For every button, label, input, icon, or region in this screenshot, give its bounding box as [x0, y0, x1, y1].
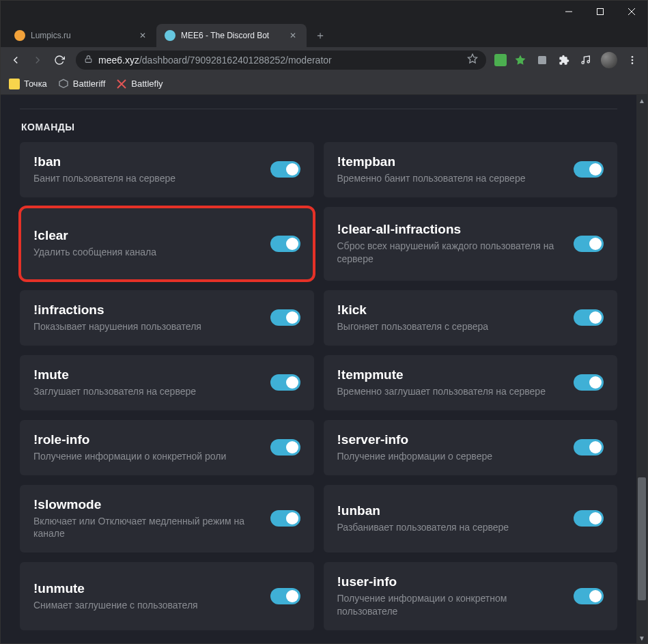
- toggle-knob: [286, 311, 298, 324]
- menu-button[interactable]: [623, 51, 642, 70]
- toggle-knob: [286, 238, 298, 250]
- extensions-menu-icon[interactable]: [556, 52, 572, 68]
- new-tab-button[interactable]: ＋: [311, 26, 330, 45]
- reload-button[interactable]: [50, 51, 69, 70]
- extension-icon[interactable]: [494, 54, 507, 66]
- command-text: !clearУдалить сообщения канала: [33, 228, 270, 259]
- extension-icon[interactable]: [512, 52, 529, 68]
- window-minimize-button[interactable]: [553, 1, 584, 23]
- command-name: !slowmode: [33, 497, 262, 512]
- toggle-knob: [589, 376, 602, 389]
- command-description: Разбанивает пользователя на сервере: [337, 521, 566, 534]
- command-name: !role-info: [33, 432, 262, 447]
- command-card[interactable]: !unmuteСнимает заглушение с пользователя: [20, 562, 314, 630]
- profile-avatar[interactable]: [601, 52, 617, 68]
- command-card[interactable]: !muteЗаглушает пользователя на сервере: [20, 355, 314, 410]
- command-toggle[interactable]: [574, 309, 604, 326]
- scroll-down-icon[interactable]: ▼: [636, 632, 647, 643]
- command-toggle[interactable]: [574, 439, 604, 456]
- command-text: !clear-all-infractionsСброс всех нарушен…: [337, 222, 574, 266]
- svg-rect-6: [538, 56, 546, 64]
- bookmark-battleriff[interactable]: Battleriff: [58, 79, 105, 89]
- command-description: Получение информации о сервере: [337, 450, 566, 463]
- command-toggle[interactable]: [574, 374, 604, 391]
- command-card[interactable]: !slowmodeВключает или Отключает медленны…: [20, 485, 314, 553]
- toggle-knob: [286, 376, 298, 389]
- command-card[interactable]: !tempmuteВременно заглушает пользователя…: [324, 355, 618, 410]
- command-text: !server-infoПолучение информации о серве…: [337, 432, 574, 463]
- bookmark-icon: [58, 79, 69, 89]
- star-icon[interactable]: [467, 53, 478, 67]
- omnibox[interactable]: mee6.xyz/dashboard/790928162401288252/mo…: [76, 51, 486, 70]
- command-card[interactable]: !clearУдалить сообщения канала: [20, 207, 314, 281]
- command-text: !banБанит пользователя на сервере: [33, 154, 270, 185]
- command-name: !mute: [33, 367, 262, 382]
- address-bar: mee6.xyz/dashboard/790928162401288252/mo…: [1, 47, 647, 73]
- command-toggle[interactable]: [574, 510, 604, 527]
- bookmark-tochka[interactable]: Точка: [9, 79, 47, 89]
- command-name: !user-info: [337, 574, 566, 589]
- close-icon[interactable]: ✕: [137, 30, 148, 41]
- vertical-scrollbar[interactable]: ▲ ▼: [636, 95, 647, 643]
- toggle-knob: [589, 311, 602, 324]
- command-name: !clear: [33, 228, 262, 243]
- svg-rect-1: [597, 9, 604, 15]
- command-text: !tempmuteВременно заглушает пользователя…: [337, 367, 574, 398]
- command-description: Включает или Отключает медленный режим н…: [33, 515, 262, 541]
- command-toggle[interactable]: [270, 374, 300, 391]
- command-name: !tempban: [337, 154, 566, 169]
- back-button[interactable]: [6, 51, 25, 70]
- lock-icon: [84, 54, 93, 66]
- command-card[interactable]: !role-infoПолучение информации о конкрет…: [20, 420, 314, 475]
- command-card[interactable]: !kickВыгоняет пользователя с сервера: [324, 290, 618, 346]
- command-card[interactable]: !unbanРазбанивает пользователя на сервер…: [324, 485, 618, 553]
- command-card[interactable]: !banБанит пользователя на сервере: [20, 142, 314, 197]
- close-icon[interactable]: ✕: [287, 30, 298, 41]
- window-maximize-button[interactable]: [584, 1, 616, 23]
- scrollbar-thumb[interactable]: [638, 477, 646, 600]
- forward-button[interactable]: [28, 51, 47, 70]
- bookmark-icon: [9, 79, 20, 89]
- tab-mee6[interactable]: MEE6 - The Discord Bot ✕: [156, 24, 307, 47]
- command-toggle[interactable]: [270, 588, 300, 604]
- extension-icon[interactable]: [534, 52, 550, 68]
- command-toggle[interactable]: [270, 309, 300, 326]
- section-title: КОМАНДЫ: [21, 122, 617, 132]
- command-card[interactable]: !server-infoПолучение информации о серве…: [324, 420, 618, 475]
- commands-grid: !banБанит пользователя на сервере!tempba…: [20, 142, 617, 630]
- command-toggle[interactable]: [270, 510, 300, 527]
- media-icon[interactable]: [578, 52, 594, 68]
- toggle-knob: [589, 512, 602, 524]
- command-description: Получение информации о конкретном пользо…: [337, 592, 566, 618]
- command-card[interactable]: !clear-all-infractionsСброс всех нарушен…: [324, 207, 618, 281]
- svg-point-11: [632, 62, 634, 64]
- window-close-button[interactable]: [616, 1, 647, 23]
- command-description: Показывает нарушения пользователя: [33, 320, 262, 333]
- command-toggle[interactable]: [574, 236, 604, 252]
- command-toggle[interactable]: [270, 439, 300, 456]
- command-description: Временно заглушает пользователя на серве…: [337, 385, 566, 398]
- command-text: !unbanРазбанивает пользователя на сервер…: [337, 503, 574, 534]
- command-toggle[interactable]: [270, 161, 300, 178]
- command-card[interactable]: !infractionsПоказывает нарушения пользов…: [20, 290, 314, 346]
- command-description: Временно банит пользователя на сервере: [337, 172, 566, 185]
- scroll-up-icon[interactable]: ▲: [636, 95, 647, 106]
- command-toggle[interactable]: [270, 236, 300, 252]
- bookmark-icon: [116, 79, 127, 89]
- toggle-knob: [589, 441, 602, 453]
- url-text: mee6.xyz/dashboard/790928162401288252/mo…: [98, 55, 332, 66]
- command-text: !kickВыгоняет пользователя с сервера: [337, 303, 574, 333]
- tab-lumpics[interactable]: Lumpics.ru ✕: [6, 24, 156, 47]
- tab-title: Lumpics.ru: [31, 31, 133, 40]
- toggle-knob: [286, 441, 298, 453]
- svg-marker-5: [468, 54, 477, 63]
- command-text: !infractionsПоказывает нарушения пользов…: [33, 303, 270, 333]
- command-text: !muteЗаглушает пользователя на сервере: [33, 367, 270, 398]
- toggle-knob: [589, 590, 602, 602]
- command-toggle[interactable]: [574, 588, 604, 604]
- command-card[interactable]: !tempbanВременно банит пользователя на с…: [324, 142, 618, 197]
- toggle-knob: [286, 163, 298, 176]
- bookmark-battlefly[interactable]: Battlefly: [116, 79, 163, 89]
- command-card[interactable]: !user-infoПолучение информации о конкрет…: [324, 562, 618, 630]
- command-toggle[interactable]: [574, 161, 604, 178]
